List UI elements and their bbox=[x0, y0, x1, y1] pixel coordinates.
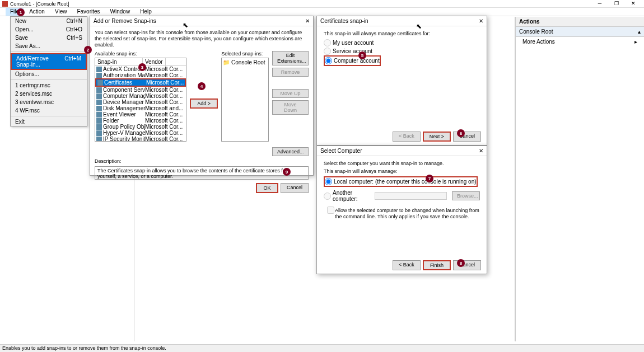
window-title: Console1 - [Console Root] bbox=[10, 1, 591, 7]
cert-back-button[interactable]: < Back bbox=[393, 132, 421, 142]
radio-another-computer[interactable]: Another computer: Browse... bbox=[324, 189, 480, 203]
snapin-row-event-viewer[interactable]: Event ViewerMicrosoft Cor... bbox=[95, 111, 186, 118]
actions-more[interactable]: More Actions ▸ bbox=[516, 37, 644, 46]
badge-4: 4 bbox=[198, 82, 206, 90]
actions-console-root[interactable]: Console Root▴ bbox=[516, 27, 644, 37]
snapin-row-component-services[interactable]: Component ServicesMicrosoft Cor... bbox=[95, 87, 186, 93]
cert-next-button[interactable]: Next > bbox=[423, 132, 451, 142]
radio-user-account[interactable]: My user account bbox=[324, 39, 480, 47]
cert-close-icon[interactable]: ✕ bbox=[479, 18, 483, 24]
moveup-button[interactable]: Move Up bbox=[272, 89, 309, 98]
snapin-row-group-policy-object-[interactable]: Group Policy Object ...Microsoft Cor... bbox=[95, 124, 186, 130]
edit-extensions-button[interactable]: Edit Extensions... bbox=[272, 51, 309, 65]
comp-intro: Select the computer you want this snap-i… bbox=[324, 161, 480, 166]
status-bar: Enables you to add snap-ins to or remove… bbox=[0, 344, 644, 352]
minimize-button[interactable]: ─ bbox=[591, 1, 608, 7]
menu-saveas[interactable]: Save As... bbox=[11, 42, 87, 50]
menu-add-remove-snapin[interactable]: Add/Remove Snap-in...Ctrl+M bbox=[11, 53, 87, 70]
browse-button[interactable]: Browse... bbox=[452, 191, 480, 200]
col-vendor: Vendor bbox=[143, 58, 166, 65]
movedown-button[interactable]: Move Down bbox=[272, 100, 309, 115]
dialog-title: Add or Remove Snap-ins ✕ bbox=[90, 16, 313, 26]
advanced-button[interactable]: Advanced... bbox=[272, 147, 309, 156]
cert-intro: This snap-in will always manage certific… bbox=[324, 31, 480, 36]
snapin-row-hyper-v-manager[interactable]: Hyper-V ManagerMicrosoft Cor... bbox=[95, 130, 186, 136]
radio-local-computer[interactable]: Local computer: (the computer this conso… bbox=[324, 176, 478, 187]
comp-always: This snap-in will always manage: bbox=[324, 168, 480, 174]
snapins-intro: You can select snap-ins for this console… bbox=[95, 30, 309, 48]
menubar: File Action View Favorites Window Help bbox=[0, 8, 644, 16]
remove-button[interactable]: Remove bbox=[272, 68, 309, 77]
allow-text: Allow the selected computer to be change… bbox=[335, 208, 480, 220]
badge-1: 1 bbox=[17, 8, 25, 16]
badge-2: 2 bbox=[84, 46, 92, 54]
dialog-title-text: Add or Remove Snap-ins bbox=[94, 18, 156, 24]
select-computer-dialog: Select Computer ✕ Select the computer yo… bbox=[316, 146, 487, 274]
menu-open[interactable]: Open...Ctrl+O bbox=[11, 25, 87, 34]
add-button[interactable]: Add > bbox=[190, 98, 218, 109]
desc-label: Description: bbox=[95, 158, 309, 164]
badge-5: 5 bbox=[358, 51, 366, 59]
snapin-row-disk-management[interactable]: Disk ManagementMicrosoft and... bbox=[95, 105, 186, 111]
badge-8: 8 bbox=[457, 259, 465, 267]
snapin-row-device-manager[interactable]: Device ManagerMicrosoft Cor... bbox=[95, 99, 186, 105]
available-label: Available snap-ins: bbox=[95, 51, 186, 57]
menu-recent-3[interactable]: 3 eventvwr.msc bbox=[11, 98, 87, 106]
add-remove-snapins-dialog: Add or Remove Snap-ins ✕ You can select … bbox=[90, 16, 314, 176]
description-box: The Certificates snap-in allows you to b… bbox=[95, 166, 309, 180]
snapin-row-authorization-manag-[interactable]: Authorization Manag...Microsoft Cor... bbox=[95, 72, 186, 78]
cert-dialog-title: Certificates snap-in ✕ bbox=[317, 16, 487, 26]
selected-root[interactable]: 📁 Console Root bbox=[223, 59, 267, 65]
maximize-button[interactable]: ❐ bbox=[608, 1, 625, 7]
comp-close-icon[interactable]: ✕ bbox=[479, 148, 483, 154]
selected-label: Selected snap-ins: bbox=[221, 51, 269, 57]
mmc-icon bbox=[2, 1, 8, 7]
another-computer-input[interactable] bbox=[375, 192, 447, 200]
menu-save[interactable]: SaveCtrl+S bbox=[11, 34, 87, 42]
comp-dialog-title: Select Computer ✕ bbox=[317, 146, 487, 156]
snapin-row-computer-managem-[interactable]: Computer Managem...Microsoft Cor... bbox=[95, 93, 186, 99]
menu-action[interactable]: Action bbox=[25, 8, 49, 16]
menu-options[interactable]: Options... bbox=[11, 70, 87, 78]
radio-computer-account[interactable]: Computer account bbox=[324, 55, 381, 66]
badge-6: 6 bbox=[457, 129, 465, 137]
menu-window[interactable]: Window bbox=[106, 8, 135, 16]
file-menu-dropdown: NewCtrl+N Open...Ctrl+O SaveCtrl+S Save … bbox=[10, 16, 87, 126]
snapin-row-folder[interactable]: FolderMicrosoft Cor... bbox=[95, 118, 186, 124]
snapin-row-ip-security-monitor[interactable]: IP Security MonitorMicrosoft Cor... bbox=[95, 136, 186, 142]
menu-new[interactable]: NewCtrl+N bbox=[11, 17, 87, 25]
close-button[interactable]: ✕ bbox=[625, 1, 642, 7]
actions-header: Actions bbox=[516, 17, 644, 27]
comp-back-button[interactable]: < Back bbox=[393, 260, 421, 270]
window-titlebar: Console1 - [Console Root] ─ ❐ ✕ bbox=[0, 0, 644, 8]
menu-favorites[interactable]: Favorites bbox=[72, 8, 104, 16]
radio-service-account[interactable]: Service account bbox=[324, 47, 480, 55]
dialog-close-icon[interactable]: ✕ bbox=[305, 18, 310, 24]
badge-7: 7 bbox=[426, 175, 433, 182]
selected-snapins-list[interactable]: 📁 Console Root bbox=[221, 58, 269, 142]
badge-3: 3 bbox=[138, 63, 146, 71]
cancel-button[interactable]: Cancel bbox=[281, 183, 309, 193]
badge-9: 9 bbox=[283, 168, 291, 176]
menu-exit[interactable]: Exit bbox=[11, 118, 87, 126]
menu-recent-4[interactable]: 4 WF.msc bbox=[11, 106, 87, 115]
menu-recent-1[interactable]: 1 certmgr.msc bbox=[11, 81, 87, 90]
menu-help[interactable]: Help bbox=[136, 8, 156, 16]
col-snapin: Snap-in bbox=[95, 58, 143, 65]
ok-button[interactable]: OK bbox=[256, 183, 278, 193]
menu-view[interactable]: View bbox=[50, 8, 72, 16]
snapin-row-certificates[interactable]: CertificatesMicrosoft Cor... bbox=[95, 78, 186, 87]
menu-recent-2[interactable]: 2 services.msc bbox=[11, 90, 87, 98]
collapse-icon[interactable]: ▴ bbox=[638, 29, 641, 35]
comp-finish-button[interactable]: Finish bbox=[423, 260, 451, 270]
actions-panel: Actions Console Root▴ More Actions ▸ bbox=[515, 17, 644, 341]
certificates-snapin-dialog: Certificates snap-in ✕ This snap-in will… bbox=[316, 16, 487, 146]
